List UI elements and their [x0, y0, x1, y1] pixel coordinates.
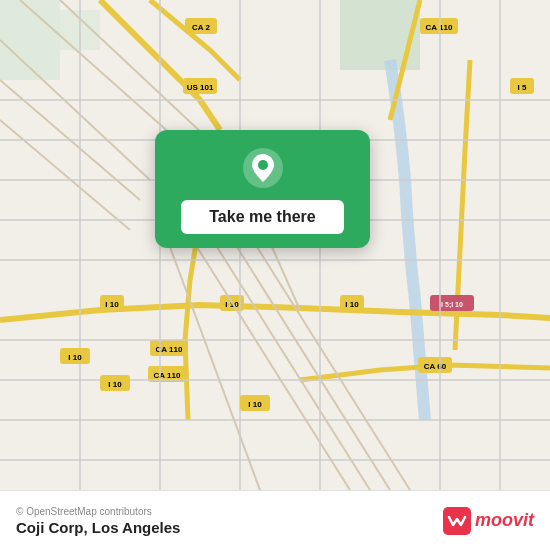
svg-text:I 5: I 5: [518, 83, 527, 92]
svg-text:US 101: US 101: [187, 83, 214, 92]
location-card: Take me there: [155, 130, 370, 248]
moovit-icon: [443, 507, 471, 535]
svg-text:I 10: I 10: [68, 353, 82, 362]
svg-text:I 10: I 10: [248, 400, 262, 409]
svg-text:I 5;I 10: I 5;I 10: [441, 301, 463, 309]
moovit-logo: moovit: [443, 507, 534, 535]
take-me-there-button[interactable]: Take me there: [181, 200, 343, 234]
svg-text:I 10: I 10: [108, 380, 122, 389]
map-container: CA 2 US 101 CA 110 I 5 I 10 I 10 I 10 CA…: [0, 0, 550, 490]
svg-text:CA 60: CA 60: [424, 362, 447, 371]
moovit-label: moovit: [475, 510, 534, 531]
location-pin-icon: [241, 146, 285, 190]
location-title: Coji Corp, Los Angeles: [16, 519, 180, 536]
copyright-text: © OpenStreetMap contributors: [16, 506, 180, 517]
svg-point-60: [258, 160, 268, 170]
svg-rect-1: [340, 0, 420, 70]
svg-text:I 10: I 10: [105, 300, 119, 309]
svg-text:I 10: I 10: [345, 300, 359, 309]
location-info: © OpenStreetMap contributors Coji Corp, …: [16, 506, 180, 536]
bottom-bar: © OpenStreetMap contributors Coji Corp, …: [0, 490, 550, 550]
svg-text:CA 110: CA 110: [154, 371, 181, 380]
svg-text:CA 2: CA 2: [192, 23, 210, 32]
